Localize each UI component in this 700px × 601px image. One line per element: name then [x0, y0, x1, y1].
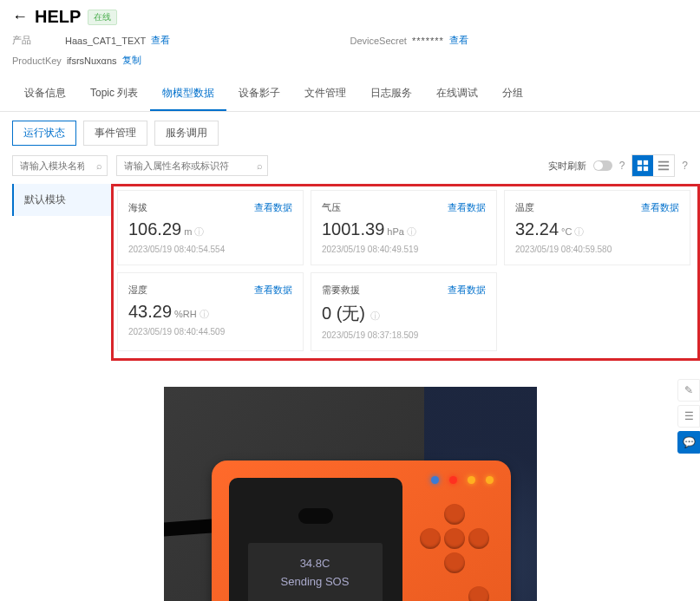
card-value: 32.24	[515, 219, 559, 239]
card-timestamp: 2023/05/19 08:37:18.509	[322, 330, 486, 340]
sidebar-item-default-module[interactable]: 默认模块	[12, 184, 111, 216]
list-icon	[657, 160, 670, 172]
card-view-data-link[interactable]: 查看数据	[641, 201, 679, 214]
device-lcd-line2: Sending SOS	[257, 573, 374, 591]
card-unit: °C	[561, 226, 572, 237]
property-card: 湿度查看数据43.29%RHⓘ2023/05/19 08:40:44.509	[117, 272, 304, 351]
info-icon[interactable]: ⓘ	[370, 310, 380, 323]
svg-rect-1	[644, 160, 648, 165]
product-value: Haas_CAT1_TEXT	[65, 36, 146, 46]
card-property-name: 湿度	[128, 284, 147, 297]
led-amber-icon	[486, 476, 494, 484]
info-icon[interactable]: ⓘ	[407, 225, 416, 238]
svg-rect-5	[658, 165, 669, 167]
card-view-data-link[interactable]: 查看数据	[448, 201, 486, 214]
product-view-link[interactable]: 查看	[151, 34, 170, 47]
dpad-center-button	[444, 528, 465, 549]
device-secret-value: *******	[412, 36, 444, 46]
card-value: 106.29	[128, 219, 181, 239]
dpad-extra-button	[468, 586, 489, 601]
search-icon[interactable]: ⌕	[96, 160, 102, 171]
help-icon[interactable]: ?	[682, 160, 688, 172]
grid-icon	[637, 160, 649, 172]
sub-tab-service-call[interactable]: 服务调用	[154, 121, 219, 146]
info-icon[interactable]: ⓘ	[200, 308, 209, 321]
help-icon[interactable]: ?	[619, 160, 625, 172]
search-icon[interactable]: ⌕	[257, 160, 263, 171]
card-timestamp: 2023/05/19 08:40:59.580	[515, 245, 679, 254]
card-timestamp: 2023/05/19 08:40:49.519	[322, 245, 486, 254]
card-value: 0 (无)	[322, 302, 365, 325]
main-tabs: 设备信息 Topic 列表 物模型数据 设备影子 文件管理 日志服务 在线调试 …	[0, 77, 700, 112]
productkey-label: ProductKey	[12, 56, 62, 66]
card-timestamp: 2023/05/19 08:40:54.554	[128, 245, 292, 254]
module-sidebar: 默认模块	[12, 184, 111, 361]
device-secret-view-link[interactable]: 查看	[449, 34, 468, 47]
sub-tab-event-management[interactable]: 事件管理	[83, 121, 147, 146]
led-amber-icon	[468, 476, 475, 484]
grid-view-button[interactable]	[632, 155, 653, 176]
card-unit: hPa	[387, 226, 404, 237]
card-property-name: 气压	[322, 201, 341, 214]
product-label: 产品	[12, 34, 60, 47]
led-red-icon	[449, 476, 457, 484]
tab-log-service[interactable]: 日志服务	[358, 77, 424, 111]
productkey-copy-link[interactable]: 复制	[122, 54, 141, 67]
svg-rect-6	[658, 169, 669, 171]
tab-file-management[interactable]: 文件管理	[292, 77, 358, 111]
dpad-left-button	[420, 528, 441, 549]
tab-online-debug[interactable]: 在线调试	[424, 77, 490, 111]
side-chat-button[interactable]: 💬	[677, 431, 700, 454]
svg-rect-3	[644, 167, 648, 171]
card-property-name: 海拔	[128, 201, 147, 214]
card-value: 43.29	[128, 302, 172, 322]
tab-device-shadow[interactable]: 设备影子	[226, 77, 292, 111]
list-view-button[interactable]	[653, 155, 674, 176]
sub-tabs: 运行状态 事件管理 服务调用	[0, 112, 700, 154]
svg-rect-2	[638, 167, 642, 171]
property-card: 温度查看数据32.24°Cⓘ2023/05/19 08:40:59.580	[504, 190, 690, 265]
info-icon[interactable]: ⓘ	[574, 225, 584, 238]
property-search-input[interactable]	[116, 155, 268, 176]
status-badge: 在线	[88, 10, 117, 25]
device-lcd-line1: 34.8C	[257, 555, 374, 573]
svg-rect-0	[638, 160, 642, 165]
property-card: 海拔查看数据106.29mⓘ2023/05/19 08:40:54.554	[117, 190, 304, 265]
card-unit: %RH	[174, 309, 197, 319]
device-secret-label: DeviceSecret	[350, 36, 407, 46]
tab-thing-model-data[interactable]: 物模型数据	[150, 77, 226, 111]
card-view-data-link[interactable]: 查看数据	[254, 284, 292, 297]
side-list-button[interactable]: ☰	[677, 405, 700, 428]
card-property-name: 温度	[515, 201, 534, 214]
productkey-value: ifsrsNuxαns	[67, 56, 117, 66]
dpad-right-button	[468, 528, 489, 549]
side-edit-button[interactable]: ✎	[677, 379, 700, 402]
property-card: 气压查看数据1001.39hPaⓘ2023/05/19 08:40:49.519	[311, 190, 497, 265]
device-photo: 34.8C Sending SOS HaaS EDU	[0, 361, 700, 601]
sub-tab-running-status[interactable]: 运行状态	[12, 121, 76, 146]
tab-groups[interactable]: 分组	[490, 77, 535, 111]
card-value: 1001.39	[322, 219, 384, 239]
card-property-name: 需要救援	[322, 284, 360, 297]
dpad-up-button	[444, 504, 465, 525]
tab-device-info[interactable]: 设备信息	[12, 77, 78, 111]
realtime-refresh-label: 实时刷新	[548, 160, 586, 173]
module-search-input[interactable]	[12, 155, 108, 176]
realtime-refresh-toggle[interactable]	[593, 160, 612, 171]
property-card: 需要救援查看数据0 (无)ⓘ2023/05/19 08:37:18.509	[311, 272, 497, 351]
card-view-data-link[interactable]: 查看数据	[254, 201, 292, 214]
svg-rect-4	[658, 161, 669, 163]
back-arrow-icon[interactable]: ←	[12, 8, 28, 26]
led-blue-icon	[431, 476, 439, 484]
info-icon[interactable]: ⓘ	[194, 225, 204, 238]
card-unit: m	[184, 226, 192, 237]
card-timestamp: 2023/05/19 08:40:44.509	[128, 327, 292, 336]
page-title: HELP	[35, 7, 81, 27]
card-view-data-link[interactable]: 查看数据	[448, 284, 486, 297]
tab-topic-list[interactable]: Topic 列表	[78, 77, 150, 111]
property-cards-area: 海拔查看数据106.29mⓘ2023/05/19 08:40:54.554气压查…	[111, 184, 700, 361]
dpad-down-button	[444, 552, 465, 573]
